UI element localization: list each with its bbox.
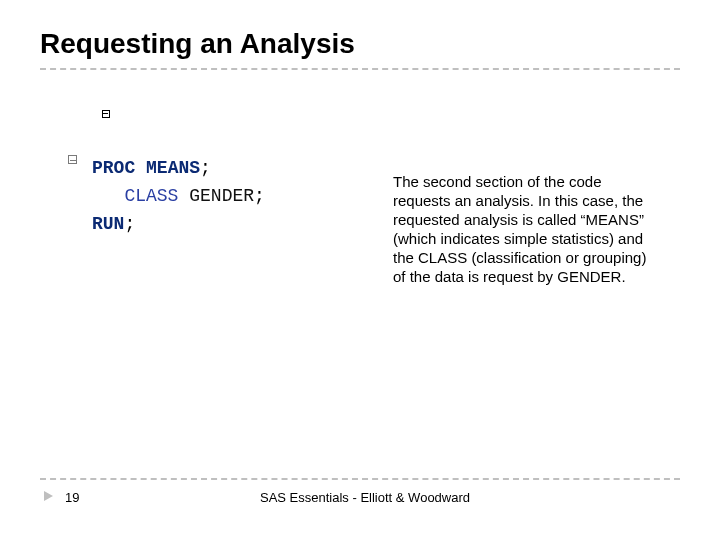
keyword-class: CLASS <box>124 186 178 206</box>
explanation-text: The second section of the code requests … <box>393 172 663 286</box>
keyword-run: RUN <box>92 214 124 234</box>
bullet-marker <box>102 110 112 120</box>
semicolon: ; <box>200 158 211 178</box>
semicolon: ; <box>254 186 265 206</box>
semicolon: ; <box>124 214 135 234</box>
slide-title: Requesting an Analysis <box>40 28 355 60</box>
page-arrow-icon <box>44 491 53 501</box>
footer-divider <box>40 478 680 480</box>
footer-text: SAS Essentials - Elliott & Woodward <box>260 490 470 505</box>
code-line-1: PROC MEANS; <box>92 154 432 182</box>
fold-box-icon <box>68 155 77 164</box>
keyword-proc: PROC <box>92 158 135 178</box>
code-line-3: RUN; <box>92 210 432 238</box>
title-divider <box>40 68 680 70</box>
code-area: PROC MEANS; CLASS GENDER; RUN; <box>92 154 432 238</box>
keyword-means: MEANS <box>146 158 200 178</box>
slide: Requesting an Analysis PROC MEANS; CLASS… <box>0 0 720 540</box>
variable-gender: GENDER <box>189 186 254 206</box>
page-number: 19 <box>65 490 79 505</box>
code-line-2: CLASS GENDER; <box>92 182 432 210</box>
